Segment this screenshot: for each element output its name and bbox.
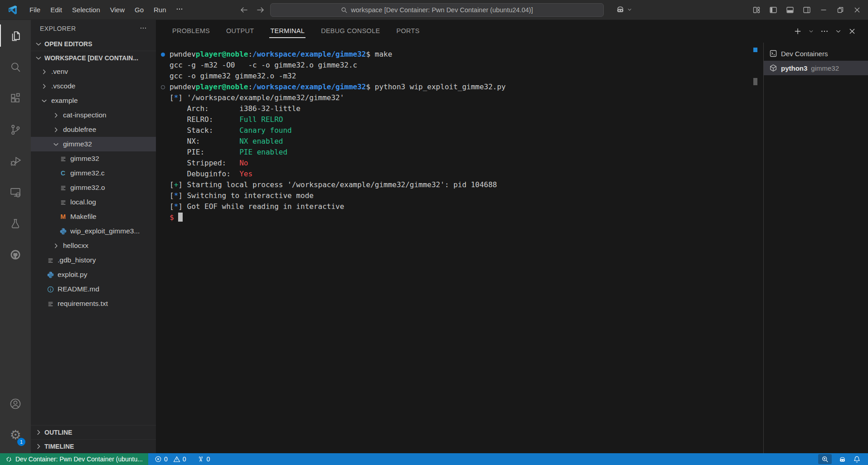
toggle-panel-icon[interactable] [786, 5, 795, 15]
terminal-icon [769, 49, 777, 58]
terminal-line: gcc -g -m32 -O0 -c -o gimme32.o gimme32.… [156, 60, 763, 71]
tree-item-label: .vscode [51, 82, 75, 90]
terminal-group-dev-containers[interactable]: Dev Containers [764, 46, 868, 61]
tree-file-gimme32-o[interactable]: gimme32.o [31, 180, 156, 195]
open-editors-section[interactable]: OPEN EDITORS [31, 37, 156, 51]
container-cube-icon [769, 64, 777, 72]
timeline-section[interactable]: TIMELINE [31, 439, 156, 453]
minimize-button[interactable] [819, 5, 828, 15]
tree-folder--venv[interactable]: .venv [31, 64, 156, 79]
menu-run[interactable]: Run [149, 4, 171, 16]
zoom-indicator-button[interactable] [818, 454, 832, 464]
tree-file-exploit-py[interactable]: exploit.py [31, 267, 156, 282]
menu-more-button[interactable] [171, 3, 188, 17]
remote-icon [5, 456, 12, 463]
terminal-view[interactable]: pwndevplayer@noble:/workspace/example/gi… [156, 43, 763, 453]
tree-folder-gimme32[interactable]: gimme32 [31, 137, 156, 151]
hide-panel-chevron-icon[interactable] [835, 27, 842, 35]
activity-item-search[interactable] [0, 51, 31, 82]
tree-folder-doublefree[interactable]: doublefree [31, 122, 156, 137]
workspace-section[interactable]: WORKSPACE [DEV CONTAIN... [31, 51, 156, 64]
chevron-right-icon [34, 442, 43, 450]
search-icon [9, 61, 22, 73]
tree-folder-cat-inspection[interactable]: cat-inspection [31, 108, 156, 122]
activity-item-extensions[interactable] [0, 82, 31, 114]
close-window-button[interactable] [853, 5, 862, 15]
panel-more-actions-button[interactable] [820, 27, 829, 35]
activity-item-run-debug[interactable] [0, 145, 31, 176]
restore-button[interactable] [836, 5, 845, 15]
command-center[interactable]: workspace [Dev Container: Pwn Dev Contai… [270, 3, 604, 17]
terminal-line: pwndevplayer@noble:/workspace/example/gi… [156, 82, 763, 92]
status-bar: Dev Container: Pwn Dev Container (ubuntu… [0, 453, 868, 465]
activity-item-account[interactable] [0, 388, 31, 419]
readme-info-icon [47, 286, 54, 293]
tree-file-wip-exploit-gimme3-[interactable]: wip_exploit_gimme3... [31, 224, 156, 238]
tree-file-local-log[interactable]: local.log [31, 195, 156, 209]
close-panel-button[interactable] [848, 27, 856, 35]
toggle-primary-sidebar-icon[interactable] [769, 5, 778, 15]
vscode-logo-icon [7, 5, 18, 15]
activity-item-github[interactable] [0, 239, 31, 270]
terminal-tabs-list: Dev Containerspython3gimme32 [763, 43, 868, 453]
tree-item-label: requirements.txt [58, 300, 108, 308]
menu-view[interactable]: View [105, 4, 130, 16]
nav-back-button[interactable] [238, 4, 250, 16]
terminal-tab-python3[interactable]: python3gimme32 [764, 61, 868, 75]
tree-file-gimme32-c[interactable]: Cgimme32.c [31, 166, 156, 180]
tree-file--gdb-history[interactable]: .gdb_history [31, 253, 156, 267]
panel-tab-debug-console[interactable]: DEBUG CONSOLE [320, 24, 381, 38]
timeline-label: TIMELINE [44, 443, 74, 450]
chevron-right-icon [40, 82, 48, 90]
terminal-profile-dropdown-icon[interactable] [808, 27, 814, 35]
tree-folder-example[interactable]: example [31, 93, 156, 108]
text-file-icon [59, 155, 67, 163]
activity-item-remote-explorer[interactable] [0, 176, 31, 208]
chevron-right-icon [52, 242, 60, 250]
ports-count: 0 [207, 455, 210, 463]
toggle-secondary-sidebar-icon[interactable] [802, 5, 811, 15]
panel-tab-problems[interactable]: PROBLEMS [171, 24, 211, 38]
settings-badge: 1 [17, 438, 25, 446]
tree-file-requirements-txt[interactable]: requirements.txt [31, 296, 156, 311]
menu-go[interactable]: Go [130, 4, 149, 16]
tree-file-makefile[interactable]: MMakefile [31, 209, 156, 224]
menu-selection[interactable]: Selection [67, 4, 105, 16]
remote-indicator[interactable]: Dev Container: Pwn Dev Container (ubuntu… [0, 453, 148, 465]
ports-status[interactable]: 0 [197, 455, 210, 463]
arrow-right-icon [256, 6, 265, 15]
activity-item-files[interactable] [0, 20, 31, 51]
outline-section[interactable]: OUTLINE [31, 425, 156, 439]
tree-item-label: cat-inspection [63, 111, 107, 119]
nav-forward-button[interactable] [254, 4, 267, 16]
activity-item-settings-gear[interactable]: ⚙1 [0, 419, 31, 450]
customize-layout-icon[interactable] [752, 5, 761, 15]
tree-file-gimme32[interactable]: gimme32 [31, 151, 156, 166]
panel-tab-terminal[interactable]: TERMINAL [269, 24, 305, 38]
extensions-icon [9, 92, 22, 105]
copilot-status-icon[interactable] [839, 455, 846, 463]
terminal-group-label: Dev Containers [781, 50, 828, 58]
tree-file-readme-md[interactable]: README.md [31, 282, 156, 296]
tree-folder-hellocxx[interactable]: hellocxx [31, 238, 156, 253]
activity-item-source-control[interactable] [0, 114, 31, 145]
terminal-scrollbar-command-mark [753, 48, 757, 52]
activity-item-testing[interactable] [0, 208, 31, 239]
terminal-line: Stripped: No [156, 158, 763, 169]
command-decoration-hollow[interactable] [161, 85, 165, 89]
tree-folder--vscode[interactable]: .vscode [31, 79, 156, 93]
panel-tab-output[interactable]: OUTPUT [225, 24, 255, 38]
new-terminal-button[interactable] [794, 27, 802, 35]
notifications-bell-icon[interactable] [853, 455, 861, 463]
problems-status[interactable]: 0 0 [155, 455, 186, 463]
terminal-line: [*] '/workspace/example/gimme32/gimme32' [156, 92, 763, 103]
copilot-menu-button[interactable] [616, 5, 632, 14]
menu-edit[interactable]: Edit [45, 4, 67, 16]
terminal-line: PIE: PIE enabled [156, 147, 763, 158]
explorer-more-actions-button[interactable] [140, 24, 147, 33]
menu-file[interactable]: File [24, 4, 45, 16]
command-decoration-filled[interactable] [161, 53, 165, 57]
chevron-down-icon [627, 7, 632, 12]
terminal-scrollbar-thumb[interactable] [753, 78, 757, 85]
panel-tab-ports[interactable]: PORTS [396, 24, 421, 38]
